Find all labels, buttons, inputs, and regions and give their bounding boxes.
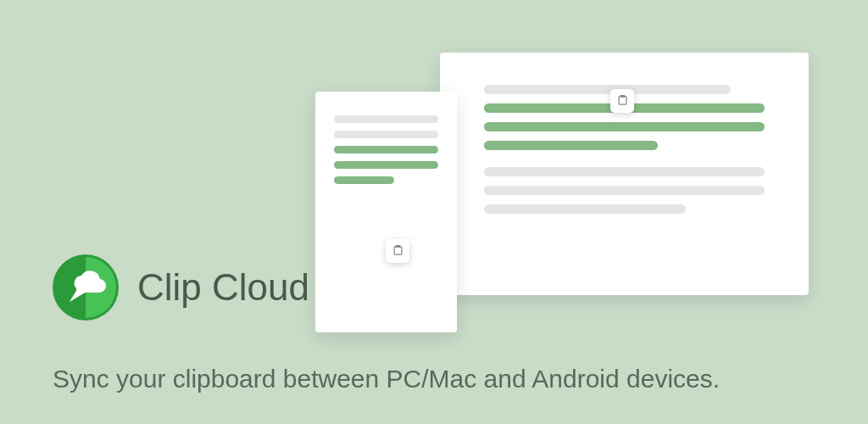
- text-line: [334, 115, 438, 123]
- tagline: Sync your clipboard between PC/Mac and A…: [53, 365, 720, 393]
- text-line: [484, 85, 731, 94]
- cloud-logo-icon: [53, 254, 119, 321]
- text-block: [484, 167, 765, 214]
- text-line: [484, 167, 765, 176]
- highlighted-line: [334, 146, 438, 153]
- text-block: [334, 115, 438, 184]
- logo-section: Clip Cloud: [53, 254, 309, 321]
- text-line: [484, 186, 765, 195]
- app-name: Clip Cloud: [137, 266, 309, 309]
- paste-badge: [610, 89, 634, 113]
- svg-rect-3: [619, 96, 626, 103]
- highlighted-line: [334, 161, 438, 169]
- phone-illustration: [315, 92, 457, 332]
- paste-icon: [392, 243, 404, 259]
- svg-rect-1: [394, 246, 402, 254]
- highlighted-line: [334, 176, 394, 184]
- highlighted-line: [484, 141, 658, 150]
- text-line: [334, 131, 438, 138]
- highlighted-line: [484, 122, 765, 131]
- paste-icon: [616, 93, 629, 109]
- text-line: [484, 204, 686, 214]
- paste-badge: [386, 239, 409, 263]
